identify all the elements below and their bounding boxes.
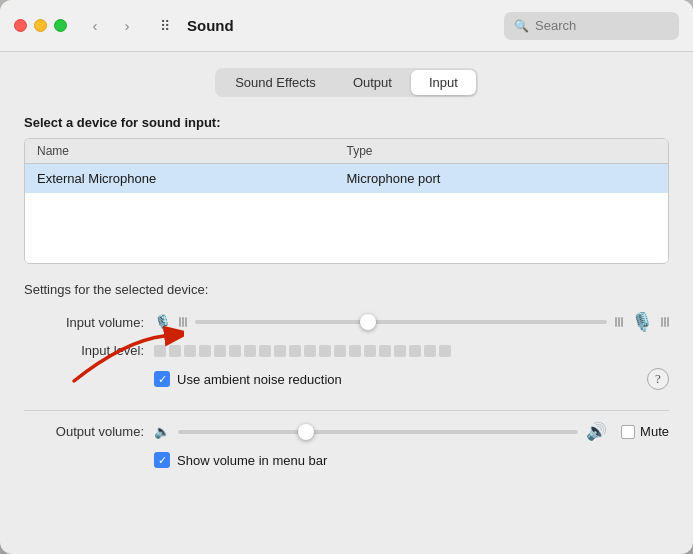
divider	[24, 410, 669, 411]
output-volume-slider[interactable]	[178, 430, 578, 434]
level-bar-7	[244, 345, 256, 357]
close-button[interactable]	[14, 19, 27, 32]
col-header-type: Type	[347, 144, 657, 158]
grid-icon: ⠿	[151, 12, 179, 40]
input-level-bars	[154, 345, 451, 357]
input-volume-row: Input volume: 🎙️	[24, 311, 669, 333]
level-bar-12	[319, 345, 331, 357]
settings-heading: Settings for the selected device:	[24, 282, 669, 297]
tab-input[interactable]: Input	[411, 70, 476, 95]
input-volume-label: Input volume:	[24, 315, 144, 330]
volume-high-icon: 🔊	[586, 421, 607, 442]
fullscreen-button[interactable]	[54, 19, 67, 32]
level-bar-14	[349, 345, 361, 357]
level-bar-8	[259, 345, 271, 357]
tabs: Sound Effects Output Input	[215, 68, 478, 97]
device-type: Microphone port	[347, 171, 657, 186]
table-row[interactable]: External Microphone Microphone port	[25, 164, 668, 193]
tab-sound-effects[interactable]: Sound Effects	[217, 70, 334, 95]
output-volume-label: Output volume:	[24, 424, 144, 439]
tab-output[interactable]: Output	[335, 70, 410, 95]
level-bar-16	[379, 345, 391, 357]
show-volume-checkbox[interactable]: ✓	[154, 452, 170, 468]
ambient-noise-label: Use ambient noise reduction	[177, 372, 342, 387]
level-bar-5	[214, 345, 226, 357]
slider-tick-right3	[621, 317, 623, 327]
level-bar-17	[394, 345, 406, 357]
level-bar-9	[274, 345, 286, 357]
level-bar-10	[289, 345, 301, 357]
slider-tick-far-right	[661, 317, 663, 327]
mute-label: Mute	[640, 424, 669, 439]
tabs-container: Sound Effects Output Input	[24, 68, 669, 97]
volume-low-icon: 🔈	[154, 424, 170, 439]
checkmark-icon: ✓	[158, 374, 167, 385]
input-level-label: Input level:	[24, 343, 144, 358]
level-bar-6	[229, 345, 241, 357]
input-volume-slider-container: 🎙️ 🎙️	[154, 311, 669, 333]
slider-tick-right	[615, 317, 617, 327]
ambient-noise-row: ✓ Use ambient noise reduction	[24, 371, 647, 387]
search-box[interactable]: 🔍	[504, 12, 679, 40]
output-volume-slider-container: 🔈 🔊 Mute	[154, 421, 669, 442]
level-bar-3	[184, 345, 196, 357]
input-level-row: Input level:	[24, 343, 669, 358]
level-bar-1	[154, 345, 166, 357]
search-icon: 🔍	[514, 19, 529, 33]
input-volume-slider[interactable]	[195, 320, 607, 324]
level-bar-15	[364, 345, 376, 357]
mic-icon-small: 🎙️	[154, 314, 171, 330]
back-button[interactable]: ‹	[81, 12, 109, 40]
table-header: Name Type	[25, 139, 668, 164]
titlebar: ‹ › ⠿ Sound 🔍	[0, 0, 693, 52]
nav-buttons: ‹ ›	[81, 12, 141, 40]
slider-thumb[interactable]	[360, 314, 376, 330]
level-bar-2	[169, 345, 181, 357]
ambient-noise-checkbox[interactable]: ✓	[154, 371, 170, 387]
window-title: Sound	[187, 17, 234, 34]
output-volume-row: Output volume: 🔈 🔊 Mute	[24, 421, 669, 442]
level-bar-20	[439, 345, 451, 357]
minimize-button[interactable]	[34, 19, 47, 32]
show-volume-row: ✓ Show volume in menu bar	[24, 452, 669, 468]
level-bar-11	[304, 345, 316, 357]
col-header-name: Name	[37, 144, 347, 158]
slider-tick-right2	[618, 317, 620, 327]
search-input[interactable]	[535, 18, 669, 33]
level-bar-19	[424, 345, 436, 357]
forward-button[interactable]: ›	[113, 12, 141, 40]
level-bar-4	[199, 345, 211, 357]
table-empty-area	[25, 193, 668, 263]
traffic-lights	[14, 19, 67, 32]
mute-checkbox[interactable]	[621, 425, 635, 439]
level-bar-18	[409, 345, 421, 357]
device-section-heading: Select a device for sound input:	[24, 115, 669, 130]
show-volume-label: Show volume in menu bar	[177, 453, 327, 468]
show-volume-checkmark-icon: ✓	[158, 455, 167, 466]
mute-container: Mute	[621, 424, 669, 439]
main-content: Sound Effects Output Input Select a devi…	[0, 52, 693, 554]
slider-tick-left2	[182, 317, 184, 327]
mic-icon-large: 🎙️	[631, 311, 653, 333]
slider-tick-left	[179, 317, 181, 327]
slider-tick-far-right2	[664, 317, 666, 327]
output-slider-thumb[interactable]	[298, 424, 314, 440]
device-table: Name Type External Microphone Microphone…	[24, 138, 669, 264]
slider-tick-far-right3	[667, 317, 669, 327]
help-button[interactable]: ?	[647, 368, 669, 390]
device-name: External Microphone	[37, 171, 347, 186]
level-bar-13	[334, 345, 346, 357]
slider-tick-left3	[185, 317, 187, 327]
